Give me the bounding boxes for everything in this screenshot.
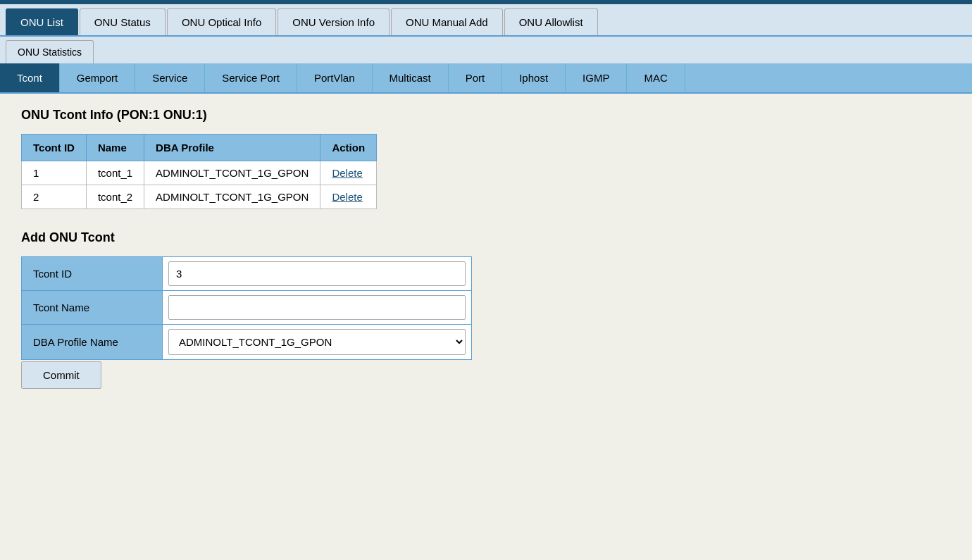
tab-port[interactable]: Port bbox=[449, 63, 503, 92]
cell-tcont-id-2: 2 bbox=[22, 185, 87, 209]
col-name: Name bbox=[86, 135, 144, 161]
nav-tabs-top: ONU List ONU Status ONU Optical Info ONU… bbox=[0, 4, 972, 37]
table-row: 2 tcont_2 ADMINOLT_TCONT_1G_GPON Delete bbox=[22, 185, 377, 209]
tcont-id-input[interactable] bbox=[168, 261, 466, 286]
input-cell-dba-profile: ADMINOLT_TCONT_1G_GPON bbox=[163, 325, 472, 360]
delete-link-1[interactable]: Delete bbox=[332, 167, 362, 179]
tcont-info-table: Tcont ID Name DBA Profile Action 1 tcont… bbox=[21, 134, 377, 209]
tcont-name-input[interactable] bbox=[168, 295, 466, 320]
input-cell-tcont-name bbox=[163, 291, 472, 325]
tab-iphost[interactable]: Iphost bbox=[502, 63, 566, 92]
tab-onu-statistics[interactable]: ONU Statistics bbox=[6, 40, 94, 63]
col-dba-profile: DBA Profile bbox=[144, 135, 320, 161]
cell-action-2: Delete bbox=[320, 185, 377, 209]
col-action: Action bbox=[320, 135, 377, 161]
label-tcont-name: Tcont Name bbox=[22, 291, 163, 325]
tab-service-port[interactable]: Service Port bbox=[205, 63, 297, 92]
commit-button[interactable]: Commit bbox=[21, 361, 101, 389]
form-row-tcont-name: Tcont Name bbox=[22, 291, 472, 325]
tab-onu-allowlist[interactable]: ONU Allowlist bbox=[504, 8, 598, 35]
nav-tabs-sub: Tcont Gemport Service Service Port PortV… bbox=[0, 63, 972, 94]
col-tcont-id: Tcont ID bbox=[22, 135, 87, 161]
tab-onu-manual-add[interactable]: ONU Manual Add bbox=[391, 8, 503, 35]
tab-tcont[interactable]: Tcont bbox=[0, 63, 60, 92]
form-row-dba-profile: DBA Profile Name ADMINOLT_TCONT_1G_GPON bbox=[22, 325, 472, 360]
dba-profile-select[interactable]: ADMINOLT_TCONT_1G_GPON bbox=[168, 329, 466, 355]
tab-onu-list[interactable]: ONU List bbox=[6, 8, 78, 35]
main-content: ONU Tcont Info (PON:1 ONU:1) Tcont ID Na… bbox=[0, 94, 972, 516]
tab-onu-status[interactable]: ONU Status bbox=[80, 8, 166, 35]
cell-dba-profile-1: ADMINOLT_TCONT_1G_GPON bbox=[144, 161, 320, 185]
cell-dba-profile-2: ADMINOLT_TCONT_1G_GPON bbox=[144, 185, 320, 209]
cell-action-1: Delete bbox=[320, 161, 377, 185]
label-tcont-id: Tcont ID bbox=[22, 257, 163, 291]
delete-link-2[interactable]: Delete bbox=[332, 191, 362, 203]
add-tcont-table: Tcont ID Tcont Name DBA Profile Name ADM… bbox=[21, 256, 472, 360]
nav-tabs-second: ONU Statistics bbox=[0, 37, 972, 63]
cell-name-1: tcont_1 bbox=[86, 161, 144, 185]
tab-mac[interactable]: MAC bbox=[627, 63, 685, 92]
table-row: 1 tcont_1 ADMINOLT_TCONT_1G_GPON Delete bbox=[22, 161, 377, 185]
cell-tcont-id-1: 1 bbox=[22, 161, 87, 185]
add-section-title: Add ONU Tcont bbox=[21, 230, 951, 245]
cell-name-2: tcont_2 bbox=[86, 185, 144, 209]
tab-multicast[interactable]: Multicast bbox=[373, 63, 449, 92]
tab-igmp[interactable]: IGMP bbox=[566, 63, 627, 92]
tab-gemport[interactable]: Gemport bbox=[60, 63, 135, 92]
page-title: ONU Tcont Info (PON:1 ONU:1) bbox=[21, 108, 951, 123]
input-cell-tcont-id bbox=[163, 257, 472, 291]
tab-portvlan[interactable]: PortVlan bbox=[297, 63, 373, 92]
tab-service[interactable]: Service bbox=[135, 63, 205, 92]
tab-onu-optical-info[interactable]: ONU Optical Info bbox=[167, 8, 276, 35]
label-dba-profile: DBA Profile Name bbox=[22, 325, 163, 360]
form-row-tcont-id: Tcont ID bbox=[22, 257, 472, 291]
tab-onu-version-info[interactable]: ONU Version Info bbox=[278, 8, 390, 35]
